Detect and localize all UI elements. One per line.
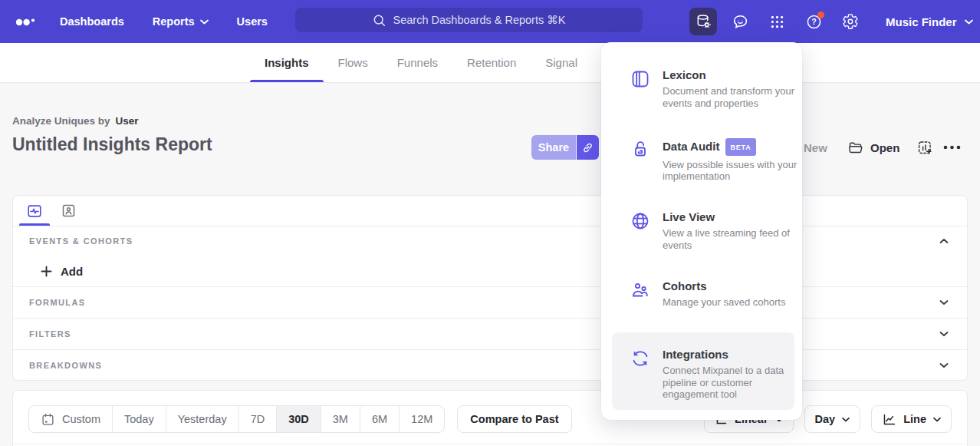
help-icon[interactable]: ? [800, 8, 827, 35]
chart-type-label: Line [903, 413, 926, 425]
section-breakdowns[interactable]: BREAKDOWNS [13, 349, 967, 381]
interval-dropdown[interactable]: Day [804, 405, 861, 433]
notification-dot [817, 12, 824, 18]
report-title[interactable]: Untitled Insights Report [12, 134, 212, 155]
tab-retention[interactable]: Retention [467, 43, 516, 82]
tab-signal[interactable]: Signal [545, 43, 577, 82]
range-yesterday[interactable]: Yesterday [166, 406, 238, 432]
copy-link-button[interactable] [577, 135, 599, 160]
menu-item-lexicon[interactable]: Lexicon Document and transform your even… [630, 68, 799, 109]
tab-insights[interactable]: Insights [265, 43, 309, 82]
nav-dashboards-label: Dashboards [60, 15, 124, 28]
more-options-button[interactable] [942, 135, 962, 160]
profiles-tab-icon[interactable] [51, 196, 85, 226]
apps-grid-icon[interactable] [763, 8, 791, 35]
menu-item-title: Live View [663, 210, 715, 224]
range-label: Custom [62, 413, 100, 425]
nav-users-label: Users [237, 15, 268, 28]
settings-gear-icon[interactable] [837, 8, 864, 35]
menu-item-data-audit[interactable]: Data AuditBETA View possible issues with… [630, 138, 799, 183]
chevron-down-icon [842, 417, 850, 422]
feedback-bubble-icon[interactable] [726, 8, 754, 35]
section-filters[interactable]: FILTERS [13, 318, 967, 349]
line-chart-icon [882, 412, 896, 427]
data-audit-icon [630, 139, 650, 159]
add-to-dashboard-icon [917, 140, 933, 156]
menu-item-description: View a live streaming feed of events [663, 227, 799, 251]
mixpanel-logo[interactable] [15, 12, 36, 31]
menu-item-description: View possible issues with your implement… [663, 159, 799, 183]
more-dots-icon [942, 144, 962, 150]
integrations-icon [630, 349, 650, 368]
range-label: 3M [333, 413, 348, 425]
share-split-button: Share [531, 135, 599, 160]
range-7d[interactable]: 7D [238, 406, 277, 432]
share-button[interactable]: Share [531, 135, 576, 160]
menu-item-live-view[interactable]: Live View View a live streaming feed of … [630, 210, 799, 251]
range-label: 7D [251, 413, 265, 425]
cohorts-icon [630, 280, 650, 300]
menu-item-integrations[interactable]: Integrations Connect Mixpanel to a data … [612, 332, 794, 410]
compare-to-past-button[interactable]: Compare to Past [457, 405, 571, 433]
chevron-down-icon [200, 19, 209, 25]
new-report-button[interactable]: New [804, 135, 827, 160]
range-label: 12M [411, 413, 432, 425]
add-event-button[interactable]: Add [13, 256, 967, 286]
calendar-icon [41, 412, 55, 427]
range-today[interactable]: Today [112, 406, 166, 432]
range-label: 30D [288, 413, 309, 425]
link-icon [581, 141, 594, 154]
query-mode-tabs [13, 196, 967, 226]
menu-item-title: Integrations [663, 348, 728, 362]
menu-item-description: Connect Mixpanel to a data pipeline or c… [663, 365, 794, 401]
section-formulas[interactable]: FORMULAS [13, 286, 967, 318]
chevron-down-icon[interactable] [939, 362, 949, 368]
range-30d[interactable]: 30D [276, 406, 321, 432]
menu-item-description: Manage your saved cohorts [663, 296, 799, 309]
search-input[interactable]: Search Dashboards & Reports ⌘K [295, 8, 643, 32]
query-builder-card: EVENTS & COHORTS Add FORMULAS FILTERS BR… [12, 195, 968, 381]
section-label: BREAKDOWNS [29, 361, 102, 370]
date-range-control: Custom Today Yesterday 7D 30D 3M 6M 12M [28, 405, 445, 433]
open-report-button[interactable]: Open [847, 135, 899, 160]
section-events-cohorts[interactable]: EVENTS & COHORTS [13, 226, 967, 256]
insights-chart-tab-icon[interactable] [18, 196, 51, 226]
data-management-icon[interactable] [689, 8, 717, 35]
chevron-down-icon [933, 417, 941, 422]
project-switcher[interactable]: Music Finder [886, 15, 973, 28]
breadcrumb-entity-selector[interactable]: User [116, 115, 139, 127]
project-name: Music Finder [886, 15, 957, 28]
nav-dashboards[interactable]: Dashboards [60, 15, 124, 28]
add-to-dashboard-button[interactable] [917, 135, 933, 160]
range-label: Today [124, 413, 154, 425]
menu-item-title: Cohorts [663, 279, 707, 293]
range-label: 6M [372, 413, 387, 425]
range-3m[interactable]: 3M [321, 406, 360, 432]
chart-type-dropdown[interactable]: Line [871, 405, 952, 433]
nav-users[interactable]: Users [237, 15, 268, 28]
toolbar-divider [14, 444, 966, 444]
chevron-down-icon [965, 19, 973, 25]
chevron-down-icon[interactable] [939, 299, 949, 306]
data-management-dropdown: Lexicon Document and transform your even… [601, 42, 802, 420]
question-glyph: ? [811, 17, 816, 26]
range-custom[interactable]: Custom [29, 406, 112, 432]
section-label: FORMULAS [29, 298, 86, 307]
range-6m[interactable]: 6M [360, 406, 399, 432]
chevron-up-icon[interactable] [939, 238, 949, 244]
tab-funnels[interactable]: Funnels [397, 43, 438, 82]
beta-badge: BETA [725, 138, 755, 156]
nav-reports[interactable]: Reports [153, 15, 209, 28]
range-12m[interactable]: 12M [399, 406, 444, 432]
add-label: Add [61, 265, 83, 278]
menu-item-title: Data Audit [663, 140, 719, 154]
menu-item-title: Lexicon [663, 68, 706, 82]
chevron-down-icon[interactable] [939, 331, 949, 337]
plus-icon [41, 266, 52, 277]
tab-flows[interactable]: Flows [338, 43, 368, 82]
range-label: Yesterday [178, 413, 227, 425]
breadcrumb-prefix: Analyze Uniques by [12, 115, 110, 127]
search-placeholder: Search Dashboards & Reports ⌘K [393, 14, 566, 26]
section-label: FILTERS [29, 329, 71, 339]
menu-item-cohorts[interactable]: Cohorts Manage your saved cohorts [630, 279, 799, 309]
